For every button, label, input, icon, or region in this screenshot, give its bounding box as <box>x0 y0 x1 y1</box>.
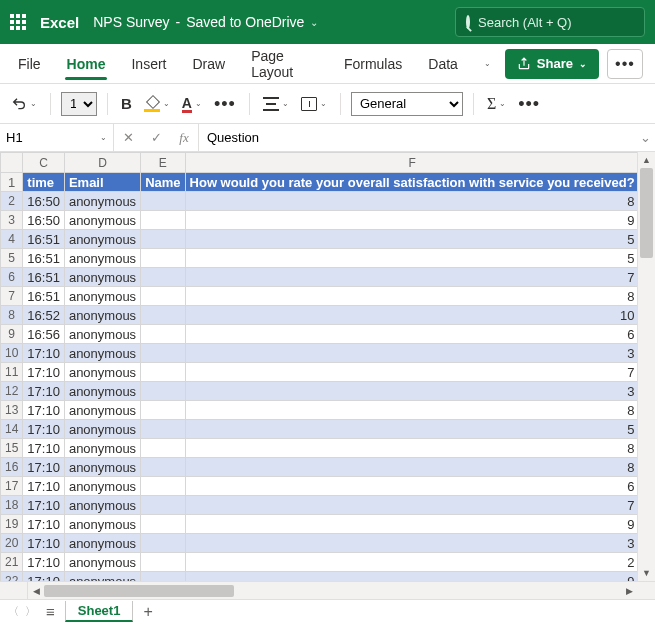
cell[interactable]: 17:10 <box>23 401 65 420</box>
cell[interactable]: 17:10 <box>23 439 65 458</box>
cell[interactable]: 9 <box>185 211 637 230</box>
app-launcher-icon[interactable] <box>10 14 26 30</box>
bold-button[interactable]: B <box>118 93 135 114</box>
cell[interactable]: anonymous <box>64 420 140 439</box>
cell[interactable]: 10 <box>185 306 637 325</box>
cell[interactable]: anonymous <box>64 287 140 306</box>
cell[interactable]: 17:10 <box>23 382 65 401</box>
cell[interactable]: anonymous <box>64 477 140 496</box>
cell[interactable]: 5 <box>185 230 637 249</box>
cell[interactable] <box>141 287 185 306</box>
row-header[interactable]: 9 <box>1 325 23 344</box>
undo-button[interactable]: ⌄ <box>8 94 40 114</box>
row-header[interactable]: 3 <box>1 211 23 230</box>
row-header[interactable]: 22 <box>1 572 23 582</box>
row-header[interactable]: 8 <box>1 306 23 325</box>
font-color-button[interactable]: A⌄ <box>179 93 205 115</box>
cell[interactable] <box>141 382 185 401</box>
cell[interactable]: 3 <box>185 382 637 401</box>
cell[interactable]: anonymous <box>64 325 140 344</box>
cell[interactable]: Name <box>141 173 185 192</box>
cell[interactable]: 16:52 <box>23 306 65 325</box>
scroll-right-button[interactable]: ▶ <box>621 586 637 596</box>
cell[interactable] <box>141 230 185 249</box>
row-header[interactable]: 18 <box>1 496 23 515</box>
cell[interactable] <box>141 496 185 515</box>
cell[interactable]: 17:10 <box>23 515 65 534</box>
cell[interactable]: 16:51 <box>23 287 65 306</box>
cell[interactable]: 8 <box>185 458 637 477</box>
horizontal-scrollbar[interactable]: ◀ ▶ <box>28 582 637 599</box>
cell[interactable]: 17:10 <box>23 496 65 515</box>
tab-data[interactable]: Data <box>416 44 470 84</box>
row-header[interactable]: 2 <box>1 192 23 211</box>
cell[interactable]: anonymous <box>64 515 140 534</box>
cell[interactable]: 17:10 <box>23 363 65 382</box>
cell[interactable]: 6 <box>185 325 637 344</box>
cell[interactable] <box>141 534 185 553</box>
cell[interactable] <box>141 268 185 287</box>
add-sheet-button[interactable]: + <box>143 603 152 621</box>
cell[interactable]: anonymous <box>64 211 140 230</box>
tab-draw[interactable]: Draw <box>180 44 237 84</box>
cell[interactable]: 7 <box>185 363 637 382</box>
cell[interactable]: 7 <box>185 496 637 515</box>
scroll-up-button[interactable]: ▲ <box>638 152 655 168</box>
document-title-dropdown[interactable]: NPS Survey - Saved to OneDrive ⌄ <box>93 14 318 30</box>
row-header[interactable]: 1 <box>1 173 23 192</box>
merge-button[interactable]: ⌄ <box>298 95 330 113</box>
tab-overflow[interactable]: ⌄ <box>472 44 503 84</box>
cell[interactable]: 9 <box>185 572 637 582</box>
cell[interactable]: How would you rate your overall satisfac… <box>185 173 637 192</box>
cell[interactable] <box>141 306 185 325</box>
cell[interactable] <box>141 553 185 572</box>
cell[interactable]: anonymous <box>64 439 140 458</box>
cell[interactable] <box>141 401 185 420</box>
cell[interactable]: 3 <box>185 344 637 363</box>
cell[interactable]: anonymous <box>64 344 140 363</box>
cell[interactable] <box>141 572 185 582</box>
cell[interactable]: 9 <box>185 515 637 534</box>
name-box[interactable]: ⌄ <box>0 124 114 151</box>
share-button[interactable]: Share ⌄ <box>505 49 599 79</box>
cell[interactable]: 16:51 <box>23 268 65 287</box>
cell[interactable]: anonymous <box>64 553 140 572</box>
next-sheet-button[interactable]: 〉 <box>25 604 36 619</box>
row-header[interactable]: 10 <box>1 344 23 363</box>
prev-sheet-button[interactable]: 〈 <box>8 604 19 619</box>
cell[interactable] <box>141 249 185 268</box>
scroll-thumb[interactable] <box>640 168 653 258</box>
column-header[interactable]: C <box>23 153 65 173</box>
tab-file[interactable]: File <box>6 44 53 84</box>
cell[interactable] <box>141 477 185 496</box>
font-more-button[interactable]: ••• <box>211 97 239 111</box>
tab-insert[interactable]: Insert <box>119 44 178 84</box>
cell[interactable]: anonymous <box>64 572 140 582</box>
cell[interactable]: 5 <box>185 420 637 439</box>
cell[interactable]: anonymous <box>64 249 140 268</box>
tab-page-layout[interactable]: Page Layout <box>239 44 330 84</box>
search-input[interactable] <box>478 15 646 30</box>
row-header[interactable]: 11 <box>1 363 23 382</box>
scroll-left-button[interactable]: ◀ <box>28 586 44 596</box>
row-header[interactable]: 4 <box>1 230 23 249</box>
cell[interactable]: 16:50 <box>23 211 65 230</box>
accept-formula-button[interactable]: ✓ <box>142 130 170 145</box>
cell[interactable]: 16:51 <box>23 230 65 249</box>
spreadsheet-grid[interactable]: CDEFG1timeEmailNameHow would you rate yo… <box>0 152 655 581</box>
cell[interactable]: anonymous <box>64 363 140 382</box>
scroll-thumb[interactable] <box>44 585 234 597</box>
cell[interactable]: 17:10 <box>23 420 65 439</box>
cell[interactable]: anonymous <box>64 382 140 401</box>
cell[interactable]: anonymous <box>64 192 140 211</box>
cell[interactable]: 17:10 <box>23 534 65 553</box>
editing-more-button[interactable]: ••• <box>515 97 543 111</box>
cell[interactable]: 16:56 <box>23 325 65 344</box>
column-header[interactable]: E <box>141 153 185 173</box>
row-header[interactable]: 15 <box>1 439 23 458</box>
cell[interactable]: 17:10 <box>23 553 65 572</box>
row-header[interactable]: 7 <box>1 287 23 306</box>
number-format-select[interactable]: General <box>351 92 463 116</box>
cell[interactable] <box>141 420 185 439</box>
cell[interactable] <box>141 325 185 344</box>
